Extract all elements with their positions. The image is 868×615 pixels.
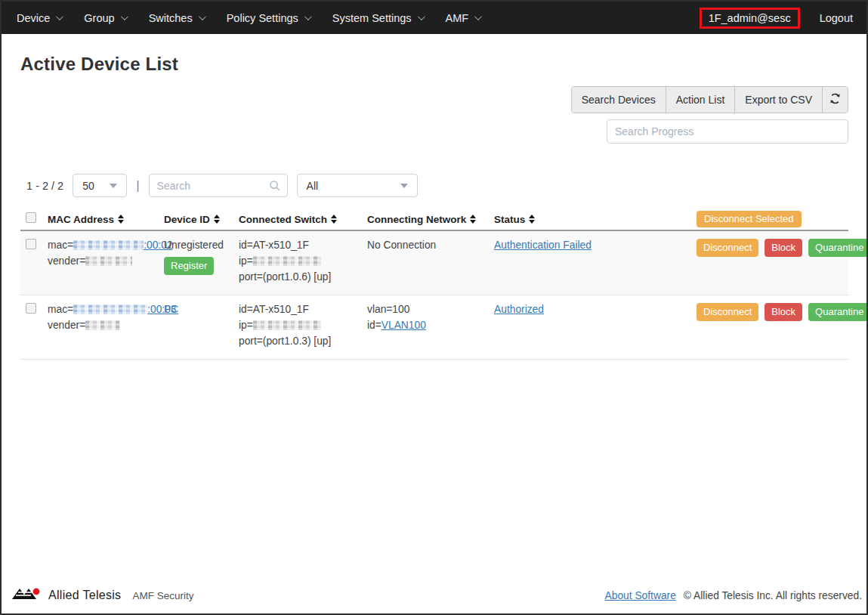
disconnect-selected-button[interactable]: Disconnect Selected: [697, 211, 802, 227]
redacted-ip: [253, 320, 321, 330]
caret-down-icon: [110, 184, 117, 188]
quarantine-button[interactable]: Quarantine: [808, 239, 866, 257]
block-button[interactable]: Block: [765, 303, 802, 321]
switch-ip-prefix: ip=: [239, 255, 253, 267]
main-content: Active Device List Search Devices Action…: [2, 34, 866, 582]
copyright-text: © Allied Telesis Inc. All rights reserve…: [684, 590, 862, 601]
redacted-vender: [85, 320, 120, 330]
chevron-down-icon: [121, 13, 128, 20]
connecting-network-cell: vlan=100 id=VLAN100: [367, 301, 494, 333]
table-search: [149, 174, 288, 197]
mac-address-link[interactable]: :00:03: [73, 304, 176, 315]
username-text: 1F_admin@sesc: [709, 12, 791, 24]
switch-port-text: port=(port1.0.3) [up]: [239, 333, 367, 349]
nav-item-group[interactable]: Group: [84, 12, 125, 24]
page-footer: Allied Telesis AMF Security About Softwa…: [2, 582, 866, 613]
allied-telesis-logo-icon: [11, 586, 42, 604]
device-id-text: Unregistered: [164, 237, 239, 253]
row-checkbox[interactable]: [26, 239, 36, 249]
logout-button[interactable]: Logout: [820, 12, 853, 24]
nav-item-device[interactable]: Device: [17, 12, 61, 24]
nav-item-label: AMF: [446, 12, 469, 24]
chevron-down-icon: [418, 13, 425, 20]
select-all-cell: [20, 212, 48, 226]
sort-icon: [529, 215, 535, 224]
column-header-connected-switch[interactable]: Connected Switch: [239, 214, 367, 225]
nav-item-label: Policy Settings: [227, 12, 298, 24]
column-label: Connected Switch: [239, 214, 327, 225]
row-checkbox[interactable]: [26, 303, 36, 314]
row-select-cell: [20, 237, 48, 252]
switch-id-text: id=AT-x510_1F: [239, 237, 367, 253]
search-input[interactable]: [149, 174, 288, 197]
controls-separator: |: [136, 178, 139, 193]
table-header-row: MAC Address Device ID Connected Switch C…: [20, 209, 848, 231]
nav-item-label: Device: [17, 12, 50, 24]
toolbar: Search Devices Action List Export to CSV: [20, 86, 848, 144]
redacted-mac: [73, 240, 144, 250]
table-row: mac=:00:03 vender= PC id=AT-x510_1F ip= …: [20, 295, 848, 360]
nav-item-system-settings[interactable]: System Settings: [332, 12, 423, 24]
refresh-icon: [829, 92, 842, 107]
disconnect-button[interactable]: Disconnect: [697, 303, 758, 321]
result-range-text: 1 - 2 / 2: [26, 180, 63, 192]
redacted-mac: [73, 304, 147, 314]
product-name: AMF Security: [132, 590, 193, 601]
column-label: MAC Address: [48, 214, 114, 225]
sort-icon: [470, 215, 476, 224]
column-header-mac-address[interactable]: MAC Address: [48, 214, 164, 225]
top-navbar: Device Group Switches Policy Settings Sy…: [2, 2, 866, 34]
nav-item-amf[interactable]: AMF: [446, 12, 480, 24]
mac-prefix: mac=: [48, 240, 73, 251]
action-list-button[interactable]: Action List: [666, 87, 736, 113]
vender-prefix: vender=: [48, 255, 85, 267]
nav-item-policy-settings[interactable]: Policy Settings: [227, 12, 310, 24]
redacted-ip: [253, 256, 321, 266]
status-link[interactable]: Authorized: [494, 304, 544, 315]
search-progress-input[interactable]: [607, 119, 848, 144]
logged-in-user-badge: 1F_admin@sesc: [700, 8, 800, 29]
vlan-link[interactable]: VLAN100: [381, 320, 426, 331]
column-header-connecting-network[interactable]: Connecting Network: [367, 214, 494, 225]
connected-switch-cell: id=AT-x510_1F ip= port=(port1.0.3) [up]: [239, 301, 367, 349]
chevron-down-icon: [474, 13, 482, 20]
quarantine-button[interactable]: Quarantine: [808, 303, 866, 321]
connected-switch-cell: id=AT-x510_1F ip= port=(port1.0.6) [up]: [239, 237, 367, 285]
search-devices-button[interactable]: Search Devices: [572, 87, 666, 113]
block-button[interactable]: Block: [765, 239, 802, 257]
brand: Allied Telesis AMF Security: [11, 586, 193, 604]
page-title: Active Device List: [20, 54, 848, 75]
status-filter-value: All: [307, 180, 319, 192]
column-header-device-id[interactable]: Device ID: [164, 214, 239, 225]
status-link[interactable]: Authentication Failed: [494, 240, 592, 251]
column-header-status[interactable]: Status: [494, 214, 697, 225]
vender-prefix: vender=: [48, 320, 85, 331]
nav-menu: Device Group Switches Policy Settings Sy…: [17, 12, 480, 24]
switch-ip-prefix: ip=: [239, 320, 253, 331]
status-filter-select[interactable]: All: [297, 174, 418, 197]
nav-right: 1F_admin@sesc Logout: [700, 8, 853, 29]
refresh-button[interactable]: [823, 87, 848, 113]
nav-item-label: System Settings: [332, 12, 412, 24]
about-software-link[interactable]: About Software: [605, 590, 676, 601]
register-button[interactable]: Register: [164, 257, 214, 275]
footer-right: About Software © Allied Telesis Inc. All…: [605, 590, 862, 601]
status-cell: Authentication Failed: [494, 237, 697, 253]
chevron-down-icon: [304, 13, 312, 20]
nav-item-switches[interactable]: Switches: [149, 12, 204, 24]
device-id-cell: PC: [164, 301, 239, 317]
mac-address-link[interactable]: :00:02: [73, 240, 172, 251]
select-all-checkbox[interactable]: [26, 212, 36, 223]
device-id-link[interactable]: PC: [164, 304, 178, 315]
column-label: Status: [494, 214, 525, 225]
network-text: No Connection: [367, 237, 494, 253]
nav-item-label: Switches: [149, 12, 193, 24]
page-size-select[interactable]: 50: [73, 174, 127, 197]
nav-item-label: Group: [84, 12, 114, 24]
network-id-prefix: id=: [367, 320, 381, 331]
column-label: Device ID: [164, 214, 210, 225]
disconnect-button[interactable]: Disconnect: [697, 239, 758, 257]
switch-port-text: port=(port1.0.6) [up]: [239, 269, 367, 285]
chevron-down-icon: [199, 13, 206, 20]
export-to-csv-button[interactable]: Export to CSV: [735, 87, 823, 113]
